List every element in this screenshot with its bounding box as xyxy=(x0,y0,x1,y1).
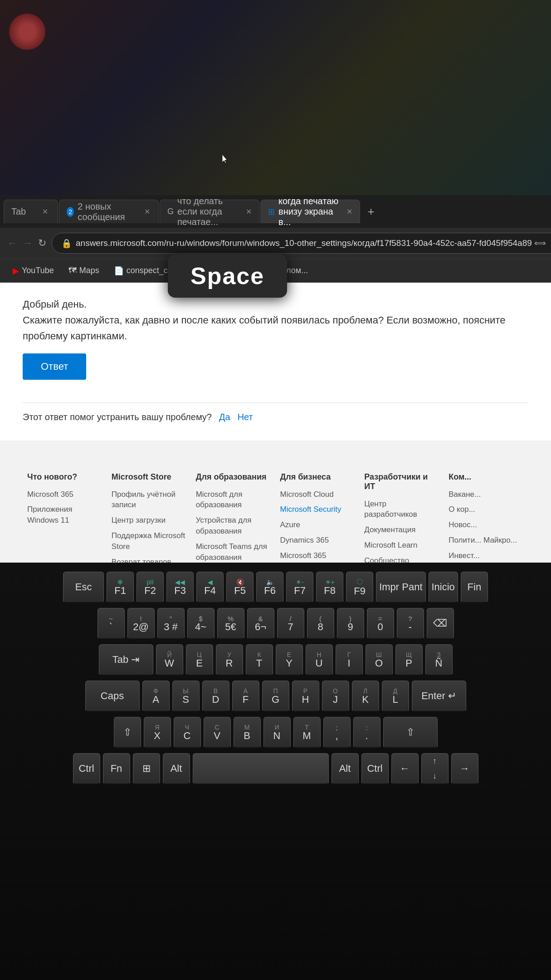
tab-1[interactable]: Tab ✕ xyxy=(4,200,58,223)
key-f5[interactable]: 🔇F5 xyxy=(226,572,254,603)
footer-link-docs[interactable]: Документация xyxy=(364,524,439,535)
key-right[interactable]: → xyxy=(451,753,478,785)
footer-link-profile[interactable]: Профиль учётной записи xyxy=(112,489,187,511)
key-j[interactable]: ОJ xyxy=(322,681,349,712)
key-ctrl-l[interactable]: Ctrl xyxy=(73,753,100,785)
key-ctrl-r[interactable]: Ctrl xyxy=(361,753,389,785)
key-u[interactable]: ГI xyxy=(336,644,363,676)
key-c[interactable]: СV xyxy=(204,717,231,749)
key-z[interactable]: ЯX xyxy=(144,717,171,749)
key-l[interactable]: ДL xyxy=(382,681,409,712)
key-p[interactable]: ЗÑ xyxy=(425,644,453,676)
back-button[interactable]: ← xyxy=(7,234,17,252)
footer-link-edu3[interactable]: Microsoft Teams для образования xyxy=(196,541,271,563)
key-m[interactable]: ;, xyxy=(323,717,351,749)
tab-1-close[interactable]: ✕ xyxy=(39,206,50,217)
key-f1[interactable]: ✻F1 xyxy=(107,572,134,603)
key-enter[interactable]: Enter ↵ xyxy=(412,681,466,712)
translate-icon[interactable]: ⟺ xyxy=(532,235,548,251)
key-alt-l[interactable]: Alt xyxy=(163,753,190,785)
footer-link-news[interactable]: Новос... xyxy=(449,519,524,530)
key-r[interactable]: КT xyxy=(246,644,273,676)
key-up-down[interactable]: ↑ ↓ xyxy=(421,753,449,785)
footer-link-policy[interactable]: Полити... Майкро... xyxy=(449,535,524,546)
key-7[interactable]: (8 xyxy=(307,608,334,640)
tab-4[interactable]: ⊞ когда печатаю внизу экрана в... ✕ xyxy=(260,200,360,223)
tab-2[interactable]: 2 2 новых сообщения ✕ xyxy=(59,200,159,223)
footer-link-ms365[interactable]: Microsoft 365 xyxy=(27,489,102,500)
footer-link-support[interactable]: Поддержка Microsoft Store xyxy=(112,530,187,552)
key-e[interactable]: УR xyxy=(216,644,243,676)
key-w[interactable]: ЦE xyxy=(186,644,213,676)
key-4[interactable]: %5€ xyxy=(217,608,244,640)
key-k[interactable]: ЛK xyxy=(352,681,379,712)
key-y[interactable]: НU xyxy=(306,644,333,676)
key-5[interactable]: &6¬ xyxy=(247,608,274,640)
bookmark-youtube[interactable]: ▶ YouTube xyxy=(7,263,59,279)
key-d[interactable]: ВD xyxy=(202,681,229,712)
footer-link-ms365-biz[interactable]: Microsoft 365 xyxy=(280,550,355,561)
footer-link-edu1[interactable]: Microsoft для образования xyxy=(196,489,271,511)
footer-link-downloads[interactable]: Центр загрузки xyxy=(112,515,187,526)
footer-link-learn[interactable]: Microsoft Learn xyxy=(364,540,439,551)
key-v[interactable]: МB xyxy=(234,717,261,749)
key-alt-r[interactable]: Alt xyxy=(332,753,359,785)
tab-2-close[interactable]: ✕ xyxy=(143,206,151,217)
bookmark-maps[interactable]: 🗺 Maps xyxy=(63,263,105,278)
key-o[interactable]: ЩP xyxy=(395,644,423,676)
key-9[interactable]: =0 xyxy=(367,608,394,640)
key-i[interactable]: ШO xyxy=(366,644,393,676)
key-f11[interactable]: Inicio xyxy=(429,572,458,603)
footer-link-security[interactable]: Microsoft Security xyxy=(280,504,355,515)
new-tab-button[interactable]: + xyxy=(361,201,381,221)
footer-link-win11[interactable]: Приложения Windows 11 xyxy=(27,504,102,526)
key-win[interactable]: ⊞ xyxy=(133,753,160,785)
key-space[interactable] xyxy=(193,753,329,785)
key-n[interactable]: ТM xyxy=(293,717,321,749)
key-f2[interactable]: pIIF2 xyxy=(137,572,164,603)
key-s[interactable]: ЫS xyxy=(172,681,200,712)
footer-link-devcenter[interactable]: Центр разработчиков xyxy=(364,499,439,520)
key-f3[interactable]: ◀◀F3 xyxy=(166,572,194,603)
key-q[interactable]: ЙW xyxy=(156,644,183,676)
key-comma[interactable]: :. xyxy=(353,717,380,749)
key-fn[interactable]: Fn xyxy=(103,753,130,785)
key-tab[interactable]: Tab ⇥ xyxy=(99,644,153,676)
tab-3[interactable]: G что делать если когда печатае... ✕ xyxy=(160,200,259,223)
answer-button[interactable]: Ответ xyxy=(23,353,86,380)
key-f4[interactable]: ◀F4 xyxy=(196,572,224,603)
key-b[interactable]: ИN xyxy=(263,717,291,749)
key-backspace[interactable]: ⌫ xyxy=(427,608,454,640)
key-f12[interactable]: Fin xyxy=(461,572,488,603)
footer-link-azure[interactable]: Azure xyxy=(280,519,355,530)
key-a[interactable]: ФA xyxy=(142,681,170,712)
footer-link-jobs[interactable]: Вакане... xyxy=(449,489,524,500)
key-8[interactable]: )9 xyxy=(337,608,364,640)
footer-link-investors[interactable]: Инвест... xyxy=(449,550,524,561)
key-shift-r[interactable]: ⇧ xyxy=(383,717,438,749)
key-left[interactable]: ← xyxy=(391,753,419,785)
no-link[interactable]: Нет xyxy=(238,412,253,422)
key-esc[interactable]: Esc xyxy=(63,572,104,603)
key-shift-l[interactable]: ⇧ xyxy=(114,717,141,749)
key-caps[interactable]: Caps xyxy=(85,681,140,712)
key-f6[interactable]: 🔈F6 xyxy=(256,572,283,603)
key-t[interactable]: ЕY xyxy=(276,644,303,676)
key-f7[interactable]: ☀-F7 xyxy=(286,572,313,603)
tab-3-close[interactable]: ✕ xyxy=(246,206,252,217)
key-1[interactable]: !2@ xyxy=(127,608,155,640)
footer-link-cloud[interactable]: Microsoft Cloud xyxy=(280,489,355,500)
refresh-button[interactable]: ↻ xyxy=(38,234,46,252)
key-f10[interactable]: Impr Pant xyxy=(376,572,425,603)
key-backtick[interactable]: ~` xyxy=(98,608,125,640)
key-6[interactable]: /7 xyxy=(277,608,304,640)
tab-4-close[interactable]: ✕ xyxy=(346,206,352,217)
key-x[interactable]: ЧC xyxy=(174,717,201,749)
footer-link-edu2[interactable]: Устройства для образования xyxy=(196,515,271,537)
key-2[interactable]: "3 # xyxy=(157,608,185,640)
key-f[interactable]: АF xyxy=(232,681,259,712)
key-minus[interactable]: ?- xyxy=(397,608,424,640)
forward-button[interactable]: → xyxy=(23,234,33,252)
key-f9[interactable]: 〇F9 xyxy=(346,572,373,603)
key-h[interactable]: РH xyxy=(292,681,319,712)
